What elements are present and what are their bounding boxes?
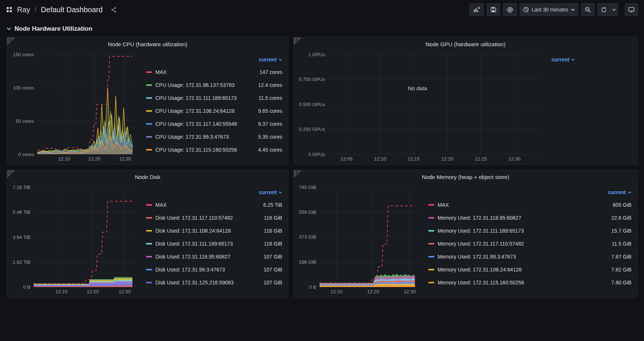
save-dashboard-button[interactable] [487, 3, 500, 16]
legend-row[interactable]: CPU Usage: 172.31.115.160:502564.45 core… [146, 143, 282, 156]
svg-text:3.64 TiB: 3.64 TiB [13, 234, 30, 240]
series-color-swatch [146, 204, 152, 206]
legend-sort-current[interactable]: current [259, 189, 282, 195]
series-color-swatch [428, 282, 434, 283]
legend-sort-current[interactable]: current [552, 57, 575, 63]
panel-info-corner[interactable] [294, 170, 302, 178]
breadcrumb-separator: / [35, 6, 37, 14]
svg-text:0.500 GPUs: 0.500 GPUs [299, 102, 325, 107]
series-color-swatch [146, 217, 152, 219]
legend-sort-label: current [552, 57, 569, 63]
legend-row[interactable]: Memory Used: 172.31.118.95:6082722.6 GiB [428, 211, 631, 224]
svg-text:12:10: 12:10 [55, 289, 68, 294]
legend-series-label: CPU Usage: 172.31.96.137:53783 [155, 82, 254, 88]
legend-series-value: 116 GiB [264, 215, 282, 221]
panel-info-corner[interactable] [7, 170, 15, 178]
panel-node-cpu: i Node CPU (hardware utilization) 150 co… [7, 37, 289, 165]
chart-canvas[interactable]: 1 GPUs0.750 GPUs0.500 GPUs0.250 GPUs0 GP… [296, 51, 543, 163]
svg-text:12:05: 12:05 [340, 156, 353, 162]
refresh-interval-dropdown[interactable] [610, 3, 618, 16]
series-color-swatch [146, 71, 152, 73]
legend-row[interactable]: CPU Usage: 172.31.96.137:5378312.4 cores [146, 78, 282, 91]
svg-text:12:10: 12:10 [58, 156, 70, 162]
dashboard-toolbar: Last 30 minutes [469, 3, 638, 16]
memory-legend: current MAX605 GiBMemory Used: 172.31.11… [422, 183, 632, 296]
legend-series-value: 107 GiB [263, 280, 282, 286]
svg-text:0.750 GPUs: 0.750 GPUs [299, 77, 325, 82]
legend-row[interactable]: CPU Usage: 172.31.99.3:476735.35 cores [146, 130, 282, 143]
section-node-hardware-utilization[interactable]: Node Hardware Utilization [0, 19, 95, 37]
cycle-view-button[interactable] [625, 3, 638, 16]
memory-chart[interactable]: 745 GiB559 GiB373 GiB186 GiB0 B12:1012:2… [296, 183, 422, 296]
legend-row[interactable]: Memory Used: 172.31.115.160:502567.80 Gi… [428, 276, 631, 289]
series-color-swatch [146, 97, 152, 99]
zoom-out-time-button[interactable] [581, 3, 594, 16]
svg-text:0 cores: 0 cores [18, 152, 34, 157]
legend-row[interactable]: Memory Used: 172.31.108.24:641287.82 GiB [428, 263, 631, 276]
legend-row[interactable]: CPU Usage: 172.31.117.140:555489.37 core… [146, 117, 282, 130]
legend-row[interactable]: Disk Used: 172.31.108.24:64128116 GiB [146, 224, 282, 237]
panel-info-corner[interactable] [294, 37, 302, 45]
svg-text:12:30: 12:30 [119, 156, 131, 162]
dashboard-settings-button[interactable] [503, 3, 517, 16]
refresh-button[interactable] [597, 3, 610, 16]
panel-title-node-disk[interactable]: Node Disk [7, 170, 288, 183]
gpu-chart[interactable]: 1 GPUs0.750 GPUs0.500 GPUs0.250 GPUs0 GP… [296, 51, 543, 163]
add-panel-icon [473, 6, 481, 13]
series-color-swatch [146, 230, 152, 232]
series-color-swatch [146, 110, 152, 112]
chevron-down-icon [571, 9, 575, 11]
legend-row[interactable]: Disk Used: 172.31.118.95:60827107 GiB [146, 250, 282, 263]
legend-row[interactable]: MAX6.25 TiB [146, 198, 282, 211]
legend-series-value: 147 cores [260, 69, 282, 75]
series-color-swatch [146, 123, 152, 125]
legend-sort-current[interactable]: current [608, 189, 631, 195]
legend-series-label: Disk Used: 172.31.99.3:47673 [155, 267, 259, 273]
legend-row[interactable]: CPU Usage: 172.31.108.24:641289.65 cores [146, 104, 282, 117]
refresh-icon [601, 7, 607, 13]
legend-sort-current[interactable]: current [259, 57, 282, 63]
legend-row[interactable]: Disk Used: 172.31.125.216:59083107 GiB [146, 276, 282, 289]
legend-row[interactable]: CPU Usage: 172.31.111.189:6517311.5 core… [146, 91, 282, 104]
dashboard-title[interactable]: Default Dashboard [41, 6, 103, 14]
apps-grid-icon[interactable] [6, 6, 13, 13]
legend-row[interactable]: MAX605 GiB [428, 198, 631, 211]
svg-text:100 cores: 100 cores [13, 85, 34, 91]
panel-title-node-gpu[interactable]: Node GPU (hardware utilization) [294, 37, 637, 51]
cpu-chart[interactable]: 150 cores100 cores50 cores0 cores12:1012… [9, 51, 139, 163]
legend-series-value: 107 GiB [263, 254, 282, 260]
legend-series-label: Memory Used: 172.31.115.160:50256 [438, 280, 607, 286]
svg-text:12:25: 12:25 [475, 156, 487, 162]
legend-row[interactable]: Disk Used: 172.31.117.110:57482116 GiB [146, 211, 282, 224]
chart-canvas[interactable]: 150 cores100 cores50 cores0 cores12:1012… [9, 51, 139, 163]
legend-row[interactable]: MAX147 cores [146, 65, 282, 78]
disk-chart[interactable]: 7.28 TiB5.46 TiB3.64 TiB1.82 TiB0 B12:10… [9, 183, 139, 296]
series-color-swatch [428, 269, 434, 270]
legend-row[interactable]: Memory Used: 172.31.111.189:6517315.7 Gi… [428, 224, 631, 237]
legend-row[interactable]: Memory Used: 172.31.99.3:476737.87 GiB [428, 250, 631, 263]
time-range-picker[interactable]: Last 30 minutes [520, 3, 578, 16]
breadcrumb-folder[interactable]: Ray [17, 6, 30, 14]
panel-info-corner[interactable] [7, 37, 15, 45]
chart-canvas[interactable]: 7.28 TiB5.46 TiB3.64 TiB1.82 TiB0 B12:10… [9, 183, 139, 296]
legend-series-label: Memory Used: 172.31.99.3:47673 [438, 254, 607, 260]
cycle-view-icon [628, 6, 635, 13]
legend-series-value: 7.87 GiB [611, 254, 631, 260]
panel-body: 1 GPUs0.750 GPUs0.500 GPUs0.250 GPUs0 GP… [294, 51, 637, 165]
legend-header: current [146, 57, 282, 63]
svg-text:0 B: 0 B [23, 284, 30, 290]
legend-row[interactable]: Disk Used: 172.31.99.3:47673107 GiB [146, 263, 282, 276]
chart-canvas[interactable]: 745 GiB559 GiB373 GiB186 GiB0 B12:1012:2… [296, 183, 422, 296]
svg-text:12:30: 12:30 [404, 289, 416, 294]
add-panel-button[interactable] [469, 3, 484, 16]
chevron-down-icon [279, 191, 282, 194]
legend-row[interactable]: Disk Used: 172.31.111.189:65173116 GiB [146, 237, 282, 250]
svg-text:150 cores: 150 cores [13, 52, 34, 57]
legend-series-label: MAX [155, 202, 259, 208]
top-navigation-bar: Ray / Default Dashboard Last 30 min [0, 0, 644, 19]
clock-icon [523, 7, 529, 13]
panel-title-node-cpu[interactable]: Node CPU (hardware utilization) [7, 37, 288, 51]
share-icon[interactable] [111, 7, 117, 13]
legend-row[interactable]: Memory Used: 172.31.117.110:5748211.5 Gi… [428, 237, 631, 250]
panel-title-node-memory[interactable]: Node Memory (heap + object store) [294, 170, 637, 183]
